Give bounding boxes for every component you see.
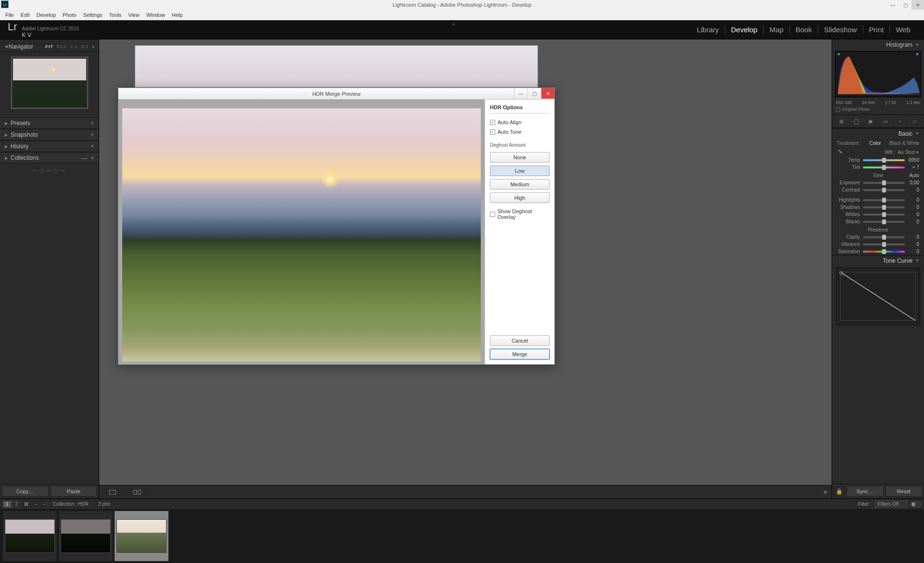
histogram-header[interactable]: Histogram▼ (832, 39, 924, 50)
shadows-slider[interactable] (863, 206, 905, 208)
source-label[interactable]: Collection : HDR (48, 501, 93, 507)
redeye-tool[interactable]: ◉ (865, 116, 876, 126)
toolbar: ▼ (99, 485, 832, 499)
exposure-slider[interactable] (863, 182, 905, 184)
module-slideshow[interactable]: Slideshow (818, 26, 863, 34)
deghost-low[interactable]: Low (490, 166, 550, 176)
vibrance-slider[interactable] (863, 243, 905, 245)
tint-slider[interactable] (863, 166, 905, 168)
dialog-close[interactable]: ✕ (541, 88, 554, 99)
menu-settings[interactable]: Settings (80, 12, 106, 18)
module-book[interactable]: Book (790, 26, 818, 34)
module-library[interactable]: Library (691, 26, 725, 34)
dialog-title: HDR Merge Preview (312, 91, 360, 97)
prev-photo[interactable]: ← (32, 501, 40, 507)
cancel-button[interactable]: Cancel (490, 335, 550, 346)
reset-button[interactable]: Reset (886, 486, 923, 497)
temp-slider[interactable] (863, 159, 905, 161)
product-name: Adobe Lightroom CC 2015 (22, 26, 79, 32)
menu-window[interactable]: Window (143, 12, 168, 18)
filmstrip-thumb-1[interactable] (5, 519, 55, 553)
treatment-bw[interactable]: Black & White (889, 141, 919, 146)
minimize-button[interactable]: — (886, 0, 899, 10)
monitor-2[interactable]: 2 (13, 501, 21, 508)
background-photo (135, 45, 538, 88)
filter-toggle[interactable] (911, 501, 921, 507)
menu-help[interactable]: Help (168, 12, 186, 18)
module-web[interactable]: Web (890, 26, 916, 34)
panel-lock[interactable]: 🔒 (834, 486, 845, 497)
crop-tool[interactable]: ⊞ (836, 116, 847, 126)
maximize-button[interactable]: ▢ (899, 0, 911, 10)
dialog-maximize[interactable]: ▢ (527, 88, 541, 99)
deghost-overlay-checkbox[interactable]: Show Deghost Overlay (490, 208, 550, 220)
menu-edit[interactable]: Edit (17, 12, 33, 18)
right-panel: Histogram▼ ISO 10024 mmƒ / 161.3 sec Ori… (832, 39, 924, 499)
grid-icon[interactable] (25, 502, 29, 506)
histogram-exif: ISO 10024 mmƒ / 161.3 sec (832, 99, 924, 106)
navigator-header[interactable]: ▶ Navigator FIT FILL 1:1 3:1 ▾ (0, 41, 99, 52)
deghost-none[interactable]: None (490, 152, 550, 163)
filmstrip-bar: 1 2 ← → Collection : HDR 3 pho Filter : … (0, 499, 924, 509)
spot-tool[interactable]: ◯ (851, 116, 861, 126)
tone-curve[interactable] (836, 268, 920, 325)
top-panel-toggle[interactable] (452, 18, 472, 21)
clarity-slider[interactable] (863, 236, 905, 238)
view-compare[interactable] (126, 489, 148, 495)
histogram[interactable] (835, 51, 921, 97)
wb-dropper[interactable] (837, 149, 846, 155)
history-section[interactable]: ▶History× (0, 141, 99, 152)
snapshots-section[interactable]: ▶Snapshots+ (0, 129, 99, 141)
navigator-thumbnail[interactable] (11, 57, 88, 109)
monitor-1[interactable]: 1 (3, 501, 12, 508)
deghost-high[interactable]: High (490, 192, 550, 203)
wb-preset[interactable]: As Shot (898, 150, 915, 155)
treatment-color[interactable]: Color (870, 141, 881, 146)
paste-button[interactable]: Paste (51, 486, 97, 497)
toolbar-disclosure[interactable]: ▼ (822, 488, 829, 496)
view-loupe[interactable] (103, 489, 122, 495)
highlights-slider[interactable] (863, 199, 905, 201)
tone-curve-header[interactable]: Tone Curve▼ (832, 255, 924, 266)
filmstrip (0, 509, 924, 563)
hdr-merge-dialog: HDR Merge Preview — ▢ ✕ HDR Options ✓Aut… (118, 88, 555, 365)
collections-section[interactable]: ▶Collections—+ (0, 152, 99, 164)
auto-tone-checkbox[interactable]: ✓Auto Tone (490, 129, 550, 135)
menu-photo[interactable]: Photo (59, 12, 80, 18)
menu-tools[interactable]: Tools (106, 12, 125, 18)
close-window-button[interactable]: ✕ (911, 0, 924, 10)
original-photo-toggle[interactable]: Original Photo (832, 106, 924, 115)
radial-tool[interactable]: ○ (895, 116, 905, 126)
logo: Lr (8, 21, 17, 33)
dialog-titlebar[interactable]: HDR Merge Preview — ▢ ✕ (118, 88, 554, 100)
menu-view[interactable]: View (125, 12, 143, 18)
auto-tone[interactable]: Auto (909, 173, 919, 178)
filmstrip-thumb-2[interactable] (61, 519, 111, 553)
module-print[interactable]: Print (863, 26, 890, 34)
graduated-tool[interactable]: ▭ (880, 116, 891, 126)
auto-align-checkbox[interactable]: ✓Auto Align (490, 119, 550, 125)
module-map[interactable]: Map (764, 26, 790, 34)
sync-button[interactable]: Sync… (847, 486, 884, 497)
saturation-slider[interactable] (863, 251, 905, 253)
filter-dropdown[interactable]: Filters Off (874, 500, 908, 508)
whites-slider[interactable] (863, 214, 905, 216)
presets-section[interactable]: ▶Presets+ (0, 117, 99, 129)
hdr-options-panel: HDR Options ✓Auto Align ✓Auto Tone Degho… (485, 100, 554, 364)
navigator-zoom-options[interactable]: FIT FILL 1:1 3:1 ▾ (45, 44, 95, 49)
contrast-slider[interactable] (863, 189, 905, 191)
brush-tool[interactable]: ⬭ (910, 116, 920, 126)
menu-develop[interactable]: Develop (33, 12, 59, 18)
copy-button[interactable]: Copy… (2, 486, 49, 497)
dialog-minimize[interactable]: — (514, 88, 527, 99)
app-icon: Lr (1, 0, 9, 8)
deghost-medium[interactable]: Medium (490, 179, 550, 190)
next-photo[interactable]: → (40, 501, 48, 507)
blacks-slider[interactable] (863, 221, 905, 223)
filmstrip-thumb-3[interactable] (116, 519, 167, 553)
menu-file[interactable]: File (2, 12, 17, 18)
navigator-label: Navigator (9, 43, 33, 50)
basic-header[interactable]: Basic▼ (832, 128, 924, 139)
merge-button[interactable]: Merge (490, 349, 550, 359)
module-develop[interactable]: Develop (725, 26, 764, 34)
